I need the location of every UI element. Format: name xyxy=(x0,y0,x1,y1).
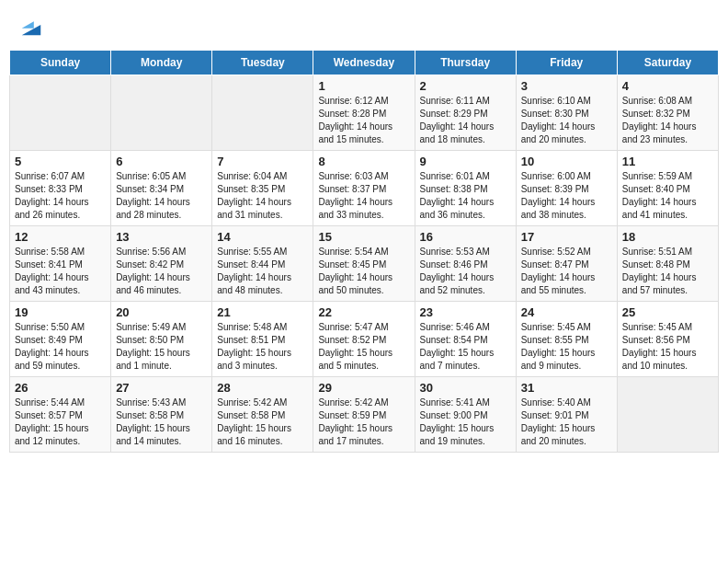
day-number: 8 xyxy=(318,155,409,168)
day-number: 11 xyxy=(622,155,713,168)
day-header-tuesday: Tuesday xyxy=(212,51,313,75)
svg-marker-1 xyxy=(22,21,34,28)
day-header-friday: Friday xyxy=(516,51,617,75)
day-info: Sunrise: 5:45 AM Sunset: 8:56 PM Dayligh… xyxy=(622,321,713,373)
day-number: 3 xyxy=(521,79,612,93)
day-number: 17 xyxy=(521,230,612,244)
day-header-monday: Monday xyxy=(111,51,212,75)
day-number: 15 xyxy=(318,230,409,244)
calendar-cell: 15Sunrise: 5:54 AM Sunset: 8:45 PM Dayli… xyxy=(313,226,415,302)
day-number: 9 xyxy=(420,155,511,168)
days-header-row: SundayMondayTuesdayWednesdayThursdayFrid… xyxy=(10,51,719,75)
day-info: Sunrise: 6:05 AM Sunset: 8:34 PM Dayligh… xyxy=(116,170,207,222)
calendar-cell: 30Sunrise: 5:41 AM Sunset: 9:00 PM Dayli… xyxy=(415,377,516,453)
calendar-cell xyxy=(212,75,313,151)
day-number: 2 xyxy=(420,79,511,93)
calendar-cell: 10Sunrise: 6:00 AM Sunset: 8:39 PM Dayli… xyxy=(516,151,617,226)
day-number: 10 xyxy=(521,155,612,168)
calendar-cell xyxy=(617,377,718,453)
day-info: Sunrise: 5:43 AM Sunset: 8:58 PM Dayligh… xyxy=(116,396,207,448)
day-number: 22 xyxy=(318,305,409,319)
calendar-cell: 31Sunrise: 5:40 AM Sunset: 9:01 PM Dayli… xyxy=(516,377,617,453)
day-number: 16 xyxy=(420,230,511,244)
day-number: 29 xyxy=(318,381,409,395)
calendar-cell: 29Sunrise: 5:42 AM Sunset: 8:59 PM Dayli… xyxy=(313,377,415,453)
calendar-cell: 20Sunrise: 5:49 AM Sunset: 8:50 PM Dayli… xyxy=(111,302,212,377)
day-number: 5 xyxy=(15,155,106,168)
calendar-cell: 18Sunrise: 5:51 AM Sunset: 8:48 PM Dayli… xyxy=(617,226,718,302)
day-info: Sunrise: 6:04 AM Sunset: 8:35 PM Dayligh… xyxy=(217,170,308,222)
calendar-week-5: 26Sunrise: 5:44 AM Sunset: 8:57 PM Dayli… xyxy=(10,377,719,453)
day-info: Sunrise: 6:01 AM Sunset: 8:38 PM Dayligh… xyxy=(420,170,511,222)
day-info: Sunrise: 6:12 AM Sunset: 8:28 PM Dayligh… xyxy=(318,95,409,146)
day-number: 4 xyxy=(622,79,713,93)
calendar-cell: 2Sunrise: 6:11 AM Sunset: 8:29 PM Daylig… xyxy=(415,75,516,151)
page-header xyxy=(9,9,719,42)
calendar-cell: 7Sunrise: 6:04 AM Sunset: 8:35 PM Daylig… xyxy=(212,151,313,226)
day-info: Sunrise: 5:53 AM Sunset: 8:46 PM Dayligh… xyxy=(420,246,511,297)
day-info: Sunrise: 5:55 AM Sunset: 8:44 PM Dayligh… xyxy=(217,246,308,297)
day-info: Sunrise: 5:46 AM Sunset: 8:54 PM Dayligh… xyxy=(420,321,511,373)
day-info: Sunrise: 5:45 AM Sunset: 8:55 PM Dayligh… xyxy=(521,321,612,373)
day-info: Sunrise: 6:10 AM Sunset: 8:30 PM Dayligh… xyxy=(521,95,612,146)
day-number: 28 xyxy=(217,381,308,395)
day-info: Sunrise: 5:52 AM Sunset: 8:47 PM Dayligh… xyxy=(521,246,612,297)
day-number: 14 xyxy=(217,230,308,244)
calendar-cell: 3Sunrise: 6:10 AM Sunset: 8:30 PM Daylig… xyxy=(516,75,617,151)
day-info: Sunrise: 5:40 AM Sunset: 9:01 PM Dayligh… xyxy=(521,396,612,448)
day-number: 30 xyxy=(420,381,511,395)
calendar-cell: 28Sunrise: 5:42 AM Sunset: 8:58 PM Dayli… xyxy=(212,377,313,453)
day-info: Sunrise: 6:00 AM Sunset: 8:39 PM Dayligh… xyxy=(521,170,612,222)
day-info: Sunrise: 6:07 AM Sunset: 8:33 PM Dayligh… xyxy=(15,170,106,222)
day-number: 13 xyxy=(116,230,207,244)
day-number: 31 xyxy=(521,381,612,395)
calendar-cell xyxy=(10,75,111,151)
day-number: 1 xyxy=(318,79,409,93)
calendar-cell xyxy=(111,75,212,151)
calendar-week-1: 1Sunrise: 6:12 AM Sunset: 8:28 PM Daylig… xyxy=(10,75,719,151)
calendar-cell: 6Sunrise: 6:05 AM Sunset: 8:34 PM Daylig… xyxy=(111,151,212,226)
day-number: 23 xyxy=(420,305,511,319)
day-header-saturday: Saturday xyxy=(617,51,718,75)
day-info: Sunrise: 6:03 AM Sunset: 8:37 PM Dayligh… xyxy=(318,170,409,222)
day-header-wednesday: Wednesday xyxy=(313,51,415,75)
calendar-cell: 14Sunrise: 5:55 AM Sunset: 8:44 PM Dayli… xyxy=(212,226,313,302)
calendar-week-4: 19Sunrise: 5:50 AM Sunset: 8:49 PM Dayli… xyxy=(10,302,719,377)
day-info: Sunrise: 6:08 AM Sunset: 8:32 PM Dayligh… xyxy=(622,95,713,146)
calendar-cell: 5Sunrise: 6:07 AM Sunset: 8:33 PM Daylig… xyxy=(10,151,111,226)
day-number: 18 xyxy=(622,230,713,244)
day-number: 6 xyxy=(116,155,207,168)
day-info: Sunrise: 5:42 AM Sunset: 8:59 PM Dayligh… xyxy=(318,396,409,448)
day-number: 26 xyxy=(15,381,106,395)
day-info: Sunrise: 5:54 AM Sunset: 8:45 PM Dayligh… xyxy=(318,246,409,297)
day-number: 20 xyxy=(116,305,207,319)
day-number: 21 xyxy=(217,305,308,319)
calendar-week-3: 12Sunrise: 5:58 AM Sunset: 8:41 PM Dayli… xyxy=(10,226,719,302)
calendar-cell: 22Sunrise: 5:47 AM Sunset: 8:52 PM Dayli… xyxy=(313,302,415,377)
day-info: Sunrise: 5:56 AM Sunset: 8:42 PM Dayligh… xyxy=(116,246,207,297)
calendar-cell: 8Sunrise: 6:03 AM Sunset: 8:37 PM Daylig… xyxy=(313,151,415,226)
calendar-cell: 26Sunrise: 5:44 AM Sunset: 8:57 PM Dayli… xyxy=(10,377,111,453)
calendar-cell: 27Sunrise: 5:43 AM Sunset: 8:58 PM Dayli… xyxy=(111,377,212,453)
day-header-sunday: Sunday xyxy=(10,51,111,75)
calendar-cell: 25Sunrise: 5:45 AM Sunset: 8:56 PM Dayli… xyxy=(617,302,718,377)
calendar-cell: 9Sunrise: 6:01 AM Sunset: 8:38 PM Daylig… xyxy=(415,151,516,226)
day-number: 24 xyxy=(521,305,612,319)
day-number: 12 xyxy=(15,230,106,244)
calendar-cell: 21Sunrise: 5:48 AM Sunset: 8:51 PM Dayli… xyxy=(212,302,313,377)
calendar-cell: 13Sunrise: 5:56 AM Sunset: 8:42 PM Dayli… xyxy=(111,226,212,302)
day-number: 7 xyxy=(217,155,308,168)
day-info: Sunrise: 5:58 AM Sunset: 8:41 PM Dayligh… xyxy=(15,246,106,297)
day-info: Sunrise: 6:11 AM Sunset: 8:29 PM Dayligh… xyxy=(420,95,511,146)
calendar-cell: 17Sunrise: 5:52 AM Sunset: 8:47 PM Dayli… xyxy=(516,226,617,302)
calendar-cell: 19Sunrise: 5:50 AM Sunset: 8:49 PM Dayli… xyxy=(10,302,111,377)
day-info: Sunrise: 5:50 AM Sunset: 8:49 PM Dayligh… xyxy=(15,321,106,373)
calendar-cell: 23Sunrise: 5:46 AM Sunset: 8:54 PM Dayli… xyxy=(415,302,516,377)
day-number: 25 xyxy=(622,305,713,319)
logo-icon xyxy=(18,13,44,39)
day-info: Sunrise: 5:41 AM Sunset: 9:00 PM Dayligh… xyxy=(420,396,511,448)
calendar-cell: 11Sunrise: 5:59 AM Sunset: 8:40 PM Dayli… xyxy=(617,151,718,226)
calendar-table: SundayMondayTuesdayWednesdayThursdayFrid… xyxy=(9,50,719,453)
day-info: Sunrise: 5:51 AM Sunset: 8:48 PM Dayligh… xyxy=(622,246,713,297)
day-info: Sunrise: 5:49 AM Sunset: 8:50 PM Dayligh… xyxy=(116,321,207,373)
